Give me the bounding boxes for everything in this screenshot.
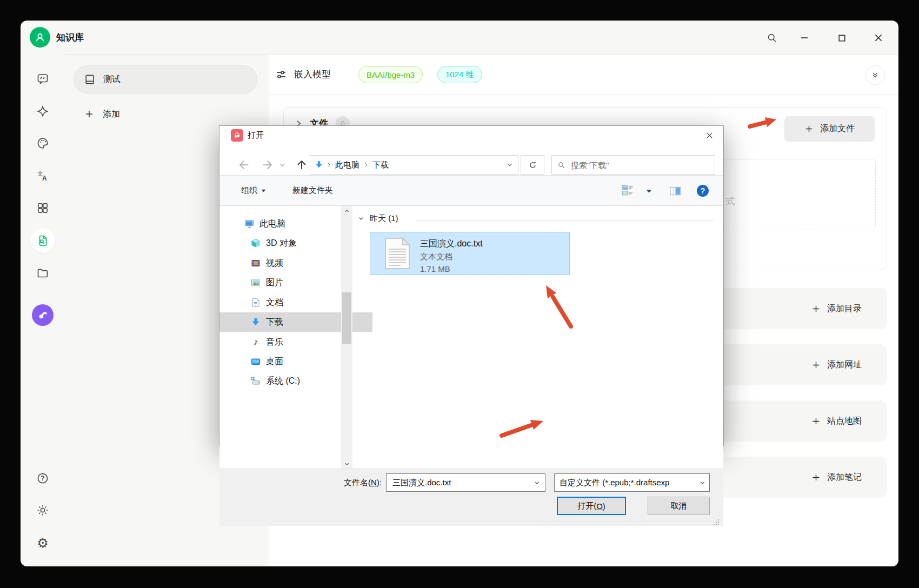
add-directory-button[interactable]: 添加目录 <box>811 303 862 315</box>
add-directory-label: 添加目录 <box>827 303 862 315</box>
add-files-label: 添加文件 <box>820 123 855 135</box>
desktop-icon <box>251 357 261 366</box>
sidebar-item-pinned-miniapp[interactable] <box>32 304 54 326</box>
scroll-up-button[interactable] <box>341 206 352 216</box>
view-mode-dropdown[interactable] <box>646 188 652 194</box>
rail-divider <box>34 291 52 291</box>
help-icon: ? <box>36 472 49 485</box>
help-icon: ? <box>701 186 705 195</box>
scroll-down-button[interactable] <box>341 459 352 469</box>
close-button[interactable] <box>869 29 888 47</box>
sidebar-item-miniapps[interactable] <box>36 202 49 215</box>
music-note-icon: ♪ <box>251 337 261 348</box>
sidebar-item-files[interactable] <box>36 266 49 279</box>
file-type: 文本文档 <box>420 252 452 262</box>
sidebar-item-knowledge-active[interactable] <box>30 228 55 253</box>
picture-icon <box>251 278 261 288</box>
apps-grid-icon <box>36 202 49 215</box>
filename-input[interactable] <box>391 478 526 488</box>
scrollbar-thumb[interactable] <box>342 292 351 344</box>
document-icon <box>251 298 261 308</box>
breadcrumb-downloads[interactable]: 下载 <box>371 160 390 170</box>
plus-icon <box>811 473 821 482</box>
knowledge-base-label: 测试 <box>103 74 121 85</box>
close-icon <box>874 33 883 43</box>
dialog-close-button[interactable] <box>701 127 718 143</box>
group-header-yesterday[interactable]: 昨天 (1) <box>358 211 398 225</box>
help-button[interactable]: ? <box>697 185 709 197</box>
double-chevron-down-icon <box>871 71 880 79</box>
view-mode-button[interactable] <box>621 184 635 197</box>
chevron-down-icon <box>358 215 364 222</box>
knowledge-base-item[interactable]: 测试 <box>74 65 257 93</box>
help-button[interactable]: ? <box>36 472 49 485</box>
sidebar-item-chat[interactable] <box>36 72 49 85</box>
add-knowledge-base-label: 添加 <box>103 109 120 120</box>
nav-back-button[interactable] <box>237 158 250 171</box>
address-bar[interactable]: 此电脑 下载 <box>310 155 518 175</box>
filename-label: 文件名(N): <box>295 473 382 492</box>
address-dropdown-chevron[interactable] <box>506 161 514 169</box>
new-folder-label: 新建文件夹 <box>292 185 333 196</box>
preview-pane-icon <box>669 185 682 197</box>
open-file-dialog: 打开 此电脑 下载 组织 <box>219 125 724 446</box>
plus-icon <box>811 304 821 313</box>
search-icon <box>557 161 565 169</box>
nav-history-chevron[interactable] <box>279 162 286 169</box>
maximize-button[interactable] <box>833 29 851 47</box>
file-item-selected[interactable]: 三国演义.doc.txt 文本文档 1.71 MB <box>370 232 570 275</box>
drive-icon <box>251 376 261 386</box>
collapse-all-button[interactable] <box>865 65 885 85</box>
group-header-label: 昨天 (1) <box>370 213 398 224</box>
svg-text:A: A <box>42 175 47 182</box>
preview-pane-button[interactable] <box>669 185 682 197</box>
sidebar-item-translate[interactable]: 文A <box>36 169 49 182</box>
caret-down-icon <box>261 188 266 193</box>
nav-up-button[interactable] <box>295 158 308 171</box>
dialog-search-input[interactable] <box>570 160 702 170</box>
view-mode-icon <box>621 184 635 197</box>
combo-chevron-icon[interactable] <box>699 479 706 486</box>
add-url-button[interactable]: 添加网址 <box>811 359 862 371</box>
add-sitemap-button[interactable]: 站点地图 <box>811 416 862 427</box>
add-files-button[interactable]: 添加文件 <box>784 116 875 142</box>
refresh-button[interactable] <box>521 155 544 175</box>
search-button[interactable] <box>763 29 781 47</box>
settings-button[interactable]: ⚙ <box>36 537 49 550</box>
filename-combobox[interactable] <box>386 473 545 492</box>
file-type-dropdown[interactable]: 自定义文件 (*.epub;*.draftsexp <box>554 473 710 492</box>
file-size: 1.71 MB <box>420 264 450 273</box>
cube-3d-icon <box>251 238 261 248</box>
minimize-button[interactable] <box>795 29 814 47</box>
open-button[interactable]: 打开(O) <box>557 497 626 515</box>
resize-grip[interactable] <box>713 519 720 525</box>
app-window: 知识库 文A ? <box>21 21 898 566</box>
sidebar-item-assistant[interactable] <box>36 105 49 118</box>
cherry-app-icon <box>231 129 243 142</box>
add-note-button[interactable]: 添加笔记 <box>811 457 862 498</box>
combo-chevron-icon[interactable] <box>534 479 541 486</box>
nav-forward-button[interactable] <box>261 158 274 171</box>
breadcrumb-chevron-icon <box>363 162 369 168</box>
breadcrumb-this-pc[interactable]: 此电脑 <box>334 160 361 170</box>
minimize-icon <box>800 33 809 43</box>
theme-toggle[interactable] <box>36 504 49 517</box>
drop-hint-text: 式 <box>726 195 735 208</box>
dialog-search-box[interactable] <box>551 155 715 175</box>
avatar[interactable] <box>30 27 50 48</box>
new-folder-button[interactable]: 新建文件夹 <box>292 176 333 205</box>
add-knowledge-base-button[interactable]: 添加 <box>74 102 257 126</box>
dialog-body: 此电脑 3D 对象 视频 图片 文档 下载 ♪ <box>219 206 723 469</box>
sidebar-item-paintings[interactable] <box>36 137 49 150</box>
plus-icon <box>84 109 94 119</box>
refresh-icon <box>528 161 537 170</box>
cancel-button[interactable]: 取消 <box>648 497 710 515</box>
tree-scrollbar[interactable] <box>341 206 352 469</box>
organize-menu-button[interactable]: 组织 <box>241 176 266 205</box>
gear-icon: ⚙ <box>37 536 49 551</box>
topbar-divider <box>269 94 898 95</box>
group-header-line <box>415 220 714 221</box>
plus-icon <box>811 417 821 426</box>
miniapp-icon <box>36 309 49 322</box>
model-badge: BAAI/bge-m3 <box>358 66 423 83</box>
